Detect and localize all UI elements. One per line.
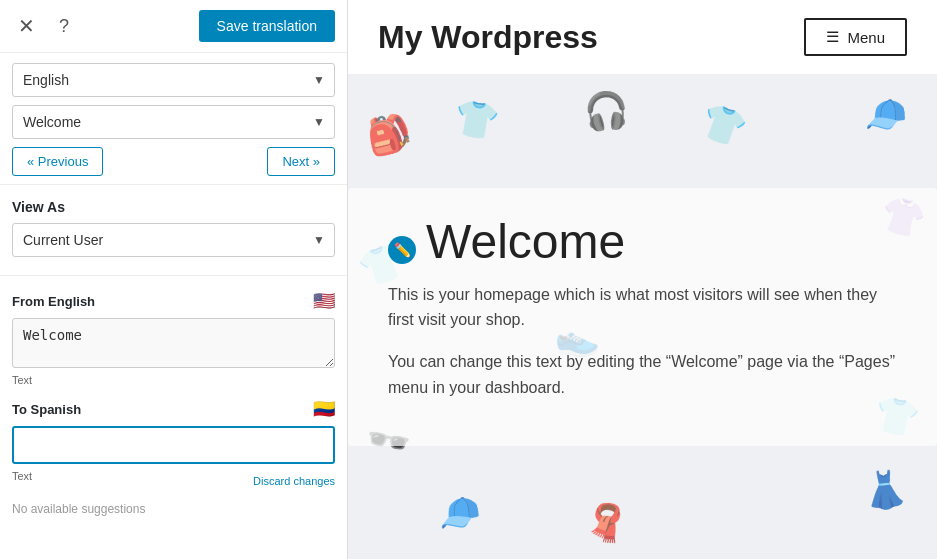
menu-label: Menu <box>847 29 885 46</box>
welcome-box: ✏️ Welcome This is your homepage which i… <box>348 188 937 446</box>
from-header: From English 🇺🇸 <box>12 290 335 312</box>
hamburger-icon: ☰ <box>826 28 839 46</box>
left-panel: ✕ ? Save translation English ▼ Welcome ▼… <box>0 0 348 559</box>
from-field-type: Text <box>12 374 335 386</box>
preview-desc-1: This is your homepage which is what most… <box>388 282 897 333</box>
deco-backpack: 🎒 <box>361 109 415 161</box>
nav-buttons: « Previous Next » <box>12 147 335 176</box>
help-button[interactable]: ? <box>50 12 78 40</box>
suggestions-text: No available suggestions <box>12 502 335 516</box>
right-panel: My Wordpress ☰ Menu 🎒 👕 🎧 👕 🧢 👚 👕 🕶️ 🧢 🧣… <box>348 0 937 559</box>
translation-section: From English 🇺🇸 Text To Spanish 🇨🇴 Text … <box>0 276 347 559</box>
language-select-wrapper: English ▼ <box>12 63 335 97</box>
to-label: To Spanish <box>12 402 81 417</box>
view-as-select-wrapper: Current User ▼ <box>12 223 335 257</box>
to-field-type: Text <box>12 470 32 482</box>
preview-desc-2: You can change this text by editing the … <box>388 349 897 400</box>
save-translation-button[interactable]: Save translation <box>199 10 335 42</box>
help-icon: ? <box>59 16 69 37</box>
top-bar: ✕ ? Save translation <box>0 0 347 53</box>
deco-tshirt-2: 👕 <box>696 98 753 153</box>
page-select[interactable]: Welcome <box>12 105 335 139</box>
from-label: From English <box>12 294 95 309</box>
menu-button[interactable]: ☰ Menu <box>804 18 907 56</box>
selects-area: English ▼ Welcome ▼ « Previous Next » <box>0 53 347 185</box>
preview-area: 🎒 👕 🎧 👕 🧢 👚 👕 🕶️ 🧢 🧣 👗 👕 👟 ✏️ Welcome Th… <box>348 75 937 559</box>
target-text-input[interactable] <box>12 426 335 464</box>
pencil-icon: ✏️ <box>388 236 416 264</box>
deco-belt: 🧣 <box>582 501 630 547</box>
target-field-footer: Text Discard changes <box>12 467 335 494</box>
to-flag: 🇨🇴 <box>313 398 335 420</box>
discard-changes-link[interactable]: Discard changes <box>253 475 335 487</box>
deco-dress: 👗 <box>861 467 909 513</box>
source-text-input[interactable] <box>12 318 335 368</box>
previous-button[interactable]: « Previous <box>12 147 103 176</box>
close-icon: ✕ <box>18 14 35 38</box>
view-as-select[interactable]: Current User <box>12 223 335 257</box>
close-button[interactable]: ✕ <box>12 12 40 40</box>
next-button[interactable]: Next » <box>267 147 335 176</box>
to-header: To Spanish 🇨🇴 <box>12 398 335 420</box>
site-title: My Wordpress <box>378 19 598 56</box>
deco-cap: 🧢 <box>432 488 486 540</box>
from-flag: 🇺🇸 <box>313 290 335 312</box>
language-select[interactable]: English <box>12 63 335 97</box>
deco-hat-1: 🧢 <box>859 91 911 140</box>
view-as-label: View As <box>12 199 335 215</box>
welcome-badge: ✏️ Welcome <box>388 218 625 282</box>
welcome-title: Welcome <box>426 218 625 266</box>
site-header: My Wordpress ☰ Menu <box>348 0 937 75</box>
deco-tshirt-1: 👕 <box>451 96 503 145</box>
deco-headphones: 🎧 <box>582 88 630 134</box>
view-as-section: View As Current User ▼ <box>0 185 347 276</box>
page-select-wrapper: Welcome ▼ <box>12 105 335 139</box>
